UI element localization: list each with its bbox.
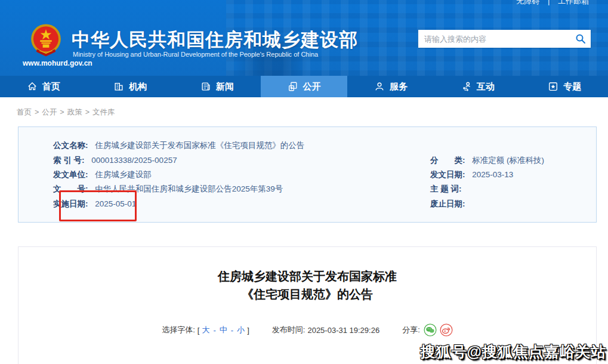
subject-words-label: 主 题 词: — [430, 184, 462, 193]
doc-no-label: 文 号: — [53, 184, 88, 193]
breadcrumb-home[interactable]: 首页 — [17, 108, 32, 116]
nav-label: 专题 — [563, 81, 581, 92]
home-icon — [27, 81, 38, 92]
bracket-close: ] — [247, 326, 249, 335]
breadcrumb: 首页>公开>政策>文件库 — [17, 107, 115, 118]
search-button[interactable] — [570, 30, 591, 48]
font-selector-label: 选择字体: — [162, 325, 195, 335]
article-title-line2: 《住宅项目规范》的公告 — [242, 288, 373, 301]
nav-item-news[interactable]: 新闻 — [174, 76, 261, 97]
nav-item-home[interactable]: 首页 — [0, 76, 87, 97]
national-emblem-logo — [30, 23, 62, 59]
topbar-mailbox-link[interactable]: 工作邮箱 — [558, 0, 589, 5]
page: 无障碍 | 工作邮箱 中华人民共和国住房和城乡建设部 Ministry of H… — [0, 0, 608, 364]
nav-item-topics[interactable]: 专题 — [521, 76, 608, 97]
nav-label: 机构 — [129, 81, 147, 92]
meta-row-subject-words: 主 题 词: — [430, 183, 467, 195]
article-title: 住房城乡建设部关于发布国家标准 《住宅项目规范》的公告 — [18, 267, 596, 303]
article-meta-row: 选择字体: [ 大 - 中 - 小 ] 发布时间: 2025-03-31 19:… — [18, 323, 596, 337]
topbar-accessibility-link[interactable]: 无障碍 — [516, 0, 539, 5]
meta-row-category: 分 类: 标准定额 (标准科技) — [430, 155, 544, 166]
doc-name-label: 公文名称: — [53, 141, 88, 150]
org-building-icon — [113, 81, 124, 92]
article-title-line1: 住房城乡建设部关于发布国家标准 — [218, 270, 397, 283]
weibo-share-icon[interactable] — [440, 323, 453, 337]
font-size-separator: - — [231, 326, 233, 335]
issuer-value: 住房城乡建设部 — [95, 170, 152, 179]
meta-row-implement-date: 实施日期: 2025-05-01 — [53, 198, 136, 210]
breadcrumb-disclosure[interactable]: 公开 — [42, 108, 57, 116]
nav-label: 服务 — [390, 81, 408, 92]
font-size-medium-link[interactable]: 中 — [220, 325, 227, 335]
nav-item-service[interactable]: 服务 — [347, 76, 434, 97]
doc-no-value: 中华人民共和国住房和城乡建设部公告2025年第39号 — [95, 184, 283, 193]
breadcrumb-separator: > — [35, 108, 39, 116]
meta-row-doc-no: 文 号: 中华人民共和国住房和城乡建设部公告2025年第39号 — [53, 183, 283, 195]
issue-date-label: 发文日期: — [430, 170, 465, 179]
site-header: 无障碍 | 工作邮箱 中华人民共和国住房和城乡建设部 Ministry of H… — [0, 0, 608, 76]
doc-name-value: 住房城乡建设部关于发布国家标准《住宅项目规范》的公告 — [95, 141, 304, 150]
implement-date-label: 实施日期: — [53, 199, 88, 208]
service-person-icon — [374, 81, 385, 92]
document-metadata-box: 公文名称: 住房城乡建设部关于发布国家标准《住宅项目规范》的公告 索 引 号: … — [18, 127, 597, 223]
nav-item-interact[interactable]: 互动 — [434, 76, 521, 97]
search-icon — [575, 33, 586, 44]
site-subtitle-english: Ministry of Housing and Urban-Rural Deve… — [73, 51, 318, 58]
font-size-selector: 选择字体: [ 大 - 中 - 小 ] — [162, 325, 249, 335]
site-title: 中华人民共和国住房和城乡建设部 — [72, 27, 358, 53]
issuer-label: 发文单位: — [53, 170, 88, 179]
header-topbar: 无障碍 | 工作邮箱 — [510, 0, 589, 7]
share-label: 分享: — [402, 325, 420, 335]
category-value: 标准定额 (标准科技) — [472, 156, 544, 165]
site-url: www.mohurd.gov.cn — [23, 59, 92, 67]
nav-label: 公开 — [303, 81, 321, 92]
index-no-value: 000013338/2025-00257 — [91, 156, 177, 165]
nav-item-disclosure[interactable]: 公开 — [261, 76, 348, 97]
meta-row-issue-date: 发文日期: 2025-03-13 — [430, 169, 513, 181]
search-input[interactable] — [418, 30, 570, 47]
breadcrumb-separator: > — [85, 108, 89, 116]
news-icon — [200, 81, 211, 92]
wechat-share-icon[interactable] — [424, 323, 437, 337]
publish-time-label: 发布时间: — [272, 325, 305, 335]
meta-row-index-no: 索 引 号: 000013338/2025-00257 — [53, 155, 177, 166]
nav-item-org[interactable]: 机构 — [87, 76, 174, 97]
meta-row-abolish-date: 废止日期: — [430, 198, 470, 210]
implement-date-value: 2025-05-01 — [95, 199, 136, 208]
nav-label: 互动 — [477, 81, 495, 92]
index-no-label: 索 引 号: — [53, 156, 85, 165]
publish-time-value: 2025-03-31 19:29:26 — [307, 326, 379, 335]
category-label: 分 类: — [430, 156, 465, 165]
font-size-small-link[interactable]: 小 — [237, 325, 245, 335]
sohu-watermark: 搜狐号@搜狐焦点嘉峪关站 — [421, 342, 606, 362]
publish-time: 发布时间: 2025-03-31 19:29:26 — [272, 325, 379, 335]
nav-label: 首页 — [42, 81, 60, 92]
breadcrumb-library[interactable]: 文件库 — [92, 108, 115, 116]
issue-date-value: 2025-03-13 — [472, 170, 513, 179]
meta-row-issuer: 发文单位: 住房城乡建设部 — [53, 169, 152, 181]
topic-star-icon — [548, 81, 558, 92]
search-box — [418, 30, 591, 48]
breadcrumb-policy[interactable]: 政策 — [67, 108, 82, 116]
font-size-large-link[interactable]: 大 — [202, 325, 209, 335]
main-nav: 首页 机构 新闻 公开 — [0, 76, 608, 97]
interact-icon — [461, 81, 472, 92]
breadcrumb-separator: > — [60, 108, 64, 116]
topbar-separator: | — [548, 0, 550, 5]
bracket-open: [ — [197, 326, 200, 335]
nav-label: 新闻 — [216, 81, 234, 92]
font-size-separator: - — [213, 326, 215, 335]
meta-row-doc-name: 公文名称: 住房城乡建设部关于发布国家标准《住宅项目规范》的公告 — [53, 140, 304, 152]
disclosure-icon — [288, 81, 298, 92]
abolish-date-label: 废止日期: — [430, 199, 465, 208]
share-group: 分享: — [402, 323, 453, 337]
